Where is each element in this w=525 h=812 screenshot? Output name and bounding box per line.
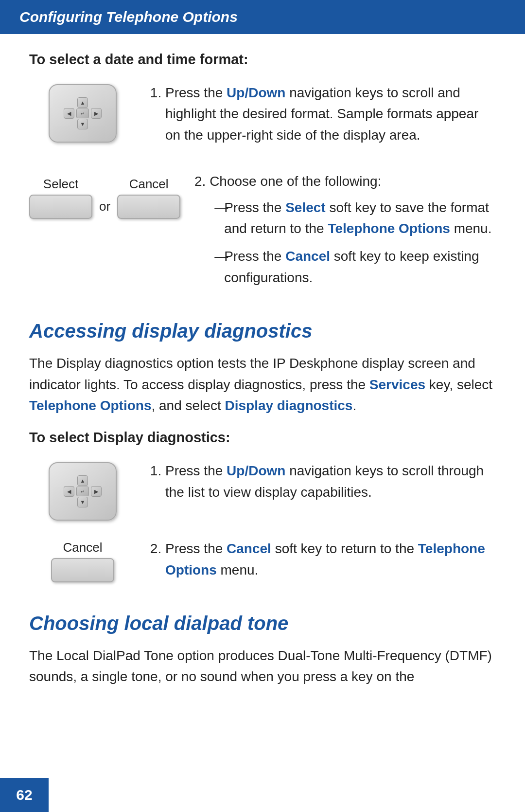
footer: 62 bbox=[0, 778, 49, 812]
softkey-row: Select or Cancel bbox=[29, 177, 180, 219]
diag-cancel-label: Cancel bbox=[63, 540, 103, 555]
select-softkey-btn[interactable] bbox=[29, 195, 92, 219]
step2-list-item: Choose one of the following: Press the S… bbox=[210, 171, 496, 288]
bullet1: Press the Select soft key to save the fo… bbox=[214, 197, 496, 239]
diag-down-arrow-icon: ▼ bbox=[77, 497, 88, 507]
diag-nav-arrows: ▲ ◀ ↵ ▶ ▼ bbox=[64, 475, 102, 507]
select-softkey-label: Select bbox=[43, 177, 78, 192]
diag-left-arrow-icon: ◀ bbox=[64, 486, 74, 497]
body-mid2: , and select bbox=[151, 398, 225, 413]
diag-enter-icon: ↵ bbox=[76, 487, 89, 496]
right-arrow-icon: ▶ bbox=[91, 108, 102, 119]
softkey-or: or bbox=[99, 199, 110, 219]
step1-highlight: Up/Down bbox=[227, 85, 285, 100]
diag-step1-highlight: Up/Down bbox=[227, 463, 285, 478]
date-time-heading: To select a date and time format: bbox=[29, 52, 496, 68]
step2-intro: Choose one of the following: bbox=[210, 174, 381, 189]
diag-step2-item: Press the Cancel soft key to return to t… bbox=[165, 538, 496, 580]
step2-text: Choose one of the following: Press the S… bbox=[180, 171, 496, 296]
section2-title: Accessing display diagnostics bbox=[29, 320, 496, 342]
step1-list-item: Press the Up/Down navigation keys to scr… bbox=[165, 82, 496, 145]
cancel-softkey-label: Cancel bbox=[129, 177, 169, 192]
diag-cancel-image: Cancel bbox=[29, 538, 136, 582]
bullet1-end: menu. bbox=[450, 221, 492, 236]
diag-step2-row: Cancel Press the Cancel soft key to retu… bbox=[29, 538, 496, 588]
body-highlight3: Display diagnostics bbox=[225, 398, 352, 413]
up-arrow-icon: ▲ bbox=[77, 97, 88, 108]
header-bar: Configuring Telephone Options bbox=[0, 0, 525, 34]
body-highlight2: Telephone Options bbox=[29, 398, 151, 413]
header-title: Configuring Telephone Options bbox=[19, 9, 238, 25]
body-highlight1: Services bbox=[369, 377, 425, 392]
diag-step2-end: menu. bbox=[217, 562, 259, 577]
diag-step1-prefix: Press the bbox=[165, 463, 227, 478]
display-diag-heading: To select Display diagnostics: bbox=[29, 430, 496, 446]
enter-icon: ↵ bbox=[76, 108, 89, 118]
diag-mid-row: ◀ ↵ ▶ bbox=[64, 486, 102, 497]
mid-row: ◀ ↵ ▶ bbox=[64, 108, 102, 119]
bullet2-prefix: Press the bbox=[224, 249, 285, 264]
page-number: 62 bbox=[16, 787, 32, 803]
diag-right-arrow-icon: ▶ bbox=[91, 486, 102, 497]
diag-step1-item: Press the Up/Down navigation keys to scr… bbox=[165, 460, 496, 503]
cancel-softkey-btn[interactable] bbox=[117, 195, 180, 219]
diag-step2-mid: soft key to return to the bbox=[271, 541, 418, 556]
section2-body: The Display diagnostics option tests the… bbox=[29, 353, 496, 416]
select-softkey-block: Select bbox=[29, 177, 92, 219]
diag-cancel-btn[interactable] bbox=[51, 558, 114, 582]
bullet1-highlight2: Telephone Options bbox=[328, 221, 450, 236]
section3-body: The Local DialPad Tone option produces D… bbox=[29, 645, 496, 687]
diag-step2-prefix: Press the bbox=[165, 541, 227, 556]
nav-key-widget: ▲ ◀ ↵ ▶ ▼ bbox=[49, 84, 117, 143]
diag-nav-key-widget: ▲ ◀ ↵ ▶ ▼ bbox=[49, 462, 117, 521]
nav-arrows: ▲ ◀ ↵ ▶ ▼ bbox=[64, 97, 102, 129]
nav-key-image: ▲ ◀ ↵ ▶ ▼ bbox=[29, 82, 136, 143]
body-end: . bbox=[352, 398, 356, 413]
step1-prefix: Press the bbox=[165, 85, 227, 100]
step1-row: ▲ ◀ ↵ ▶ ▼ Press the Up/Down navigation k… bbox=[29, 82, 496, 153]
down-arrow-icon: ▼ bbox=[77, 119, 88, 129]
step2-bullets: Press the Select soft key to save the fo… bbox=[210, 197, 496, 289]
diag-nav-key-image: ▲ ◀ ↵ ▶ ▼ bbox=[29, 460, 136, 521]
bullet2: Press the Cancel soft key to keep existi… bbox=[214, 246, 496, 288]
step1-text: Press the Up/Down navigation keys to scr… bbox=[136, 82, 496, 153]
diag-step2-highlight: Cancel bbox=[227, 541, 271, 556]
bullet1-highlight: Select bbox=[285, 200, 326, 215]
bullet1-prefix: Press the bbox=[224, 200, 285, 215]
diag-step2-text: Press the Cancel soft key to return to t… bbox=[136, 538, 496, 588]
diag-step1-text: Press the Up/Down navigation keys to scr… bbox=[136, 460, 496, 510]
step2-row: Select or Cancel Choose one of the follo… bbox=[29, 171, 496, 296]
left-arrow-icon: ◀ bbox=[64, 108, 74, 119]
diag-step1-row: ▲ ◀ ↵ ▶ ▼ Press the Up/Down navigation k… bbox=[29, 460, 496, 521]
content-area: To select a date and time format: ▲ ◀ ↵ … bbox=[0, 52, 525, 740]
diag-up-arrow-icon: ▲ bbox=[77, 475, 88, 486]
section3-title: Choosing local dialpad tone bbox=[29, 613, 496, 634]
body-mid: key, select bbox=[425, 377, 492, 392]
diag-cancel-softkey-block: Cancel bbox=[51, 540, 114, 582]
softkey-image: Select or Cancel bbox=[29, 171, 180, 219]
bullet2-highlight: Cancel bbox=[285, 249, 330, 264]
cancel-softkey-block: Cancel bbox=[117, 177, 180, 219]
